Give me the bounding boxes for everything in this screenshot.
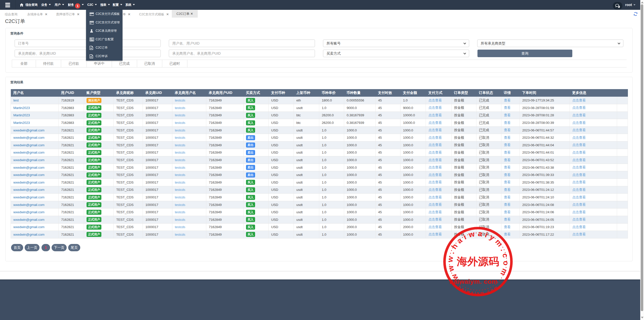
svg-text:海外源码: 海外源码 xyxy=(457,256,499,267)
svg-text:haiwaiym. com: haiwaiym. com xyxy=(449,278,497,285)
